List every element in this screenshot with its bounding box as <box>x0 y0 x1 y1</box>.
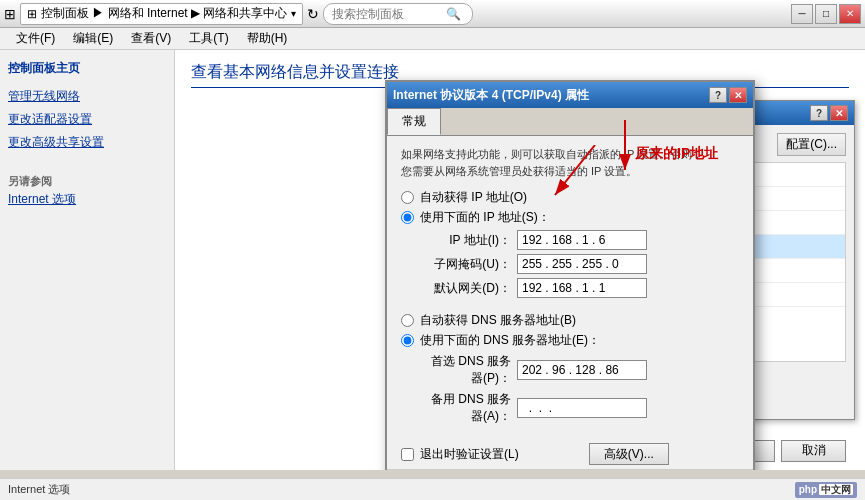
sidebar-item-adapter[interactable]: 更改适配器设置 <box>8 108 166 131</box>
gateway-field-label: 默认网关(D)： <box>421 280 511 297</box>
titlebar: ⊞ ⊞ 控制面板 ▶ 网络和 Internet ▶ 网络和共享中心 ▾ ↻ 🔍 … <box>0 0 865 28</box>
menubar: 文件(F) 编辑(E) 查看(V) 工具(T) 帮助(H) <box>0 28 865 50</box>
tcpip-description: 如果网络支持此功能，则可以获取自动指派的 IP 设置。否则， 您需要从网络系统管… <box>401 146 739 179</box>
radio-auto-ip-label: 自动获得 IP 地址(O) <box>420 189 527 206</box>
radio-auto-ip[interactable] <box>401 191 414 204</box>
ip-field-label: IP 地址(I)： <box>421 232 511 249</box>
php-badge: php中文网 <box>795 482 857 498</box>
ip-radio-group: 自动获得 IP 地址(O) 使用下面的 IP 地址(S)： <box>401 189 739 226</box>
subnet-field-input[interactable] <box>517 254 647 274</box>
radio-manual-ip-label: 使用下面的 IP 地址(S)： <box>420 209 550 226</box>
ip-field-row: IP 地址(I)： <box>421 230 739 250</box>
radio-manual-dns[interactable] <box>401 334 414 347</box>
dns2-field-row: 备用 DNS 服务器(A)： <box>421 391 739 425</box>
search-icon[interactable]: 🔍 <box>446 7 461 21</box>
bg-cancel-button[interactable]: 取消 <box>781 440 846 462</box>
dns1-field-label: 首选 DNS 服务器(P)： <box>421 353 511 387</box>
dns2-field-input[interactable] <box>517 398 647 418</box>
subnet-field-label: 子网掩码(U)： <box>421 256 511 273</box>
menu-view[interactable]: 查看(V) <box>123 28 179 49</box>
sidebar-also-section: 另请参阅 <box>8 174 166 189</box>
tab-general[interactable]: 常规 <box>387 108 441 135</box>
search-bar[interactable]: 🔍 <box>323 3 473 25</box>
radio-manual-dns-label: 使用下面的 DNS 服务器地址(E)： <box>420 332 600 349</box>
minimize-button[interactable]: ─ <box>791 4 813 24</box>
tcpip-close-button[interactable]: ✕ <box>729 87 747 103</box>
refresh-btn[interactable]: ↻ <box>307 6 319 22</box>
gateway-field-input[interactable] <box>517 278 647 298</box>
menu-tools[interactable]: 工具(T) <box>181 28 236 49</box>
bg-close-button[interactable]: ✕ <box>830 105 848 121</box>
dns1-field-row: 首选 DNS 服务器(P)： <box>421 353 739 387</box>
tcpip-titlebar: Internet 协议版本 4 (TCP/IPv4) 属性 ? ✕ <box>387 82 753 108</box>
close-button[interactable]: ✕ <box>839 4 861 24</box>
dns2-field-label: 备用 DNS 服务器(A)： <box>421 391 511 425</box>
app-icon: ⊞ <box>4 6 16 22</box>
menu-file[interactable]: 文件(F) <box>8 28 63 49</box>
tcpip-help-button[interactable]: ? <box>709 87 727 103</box>
tcpip-tabs: 常规 <box>387 108 753 136</box>
radio-auto-dns-label: 自动获得 DNS 服务器地址(B) <box>420 312 576 329</box>
menu-help[interactable]: 帮助(H) <box>239 28 296 49</box>
radio-auto-dns[interactable] <box>401 314 414 327</box>
dns1-field-input[interactable] <box>517 360 647 380</box>
tcpip-title-text: Internet 协议版本 4 (TCP/IPv4) 属性 <box>393 87 589 104</box>
tcpip-dialog: Internet 协议版本 4 (TCP/IPv4) 属性 ? ✕ 常规 如果网… <box>385 80 755 470</box>
tcpip-body: 如果网络支持此功能，则可以获取自动指派的 IP 设置。否则， 您需要从网络系统管… <box>387 136 753 439</box>
sidebar-internet-options[interactable]: Internet 选项 <box>8 189 166 210</box>
validate-label: 退出时验证设置(L) <box>420 446 519 463</box>
radio-manual-ip[interactable] <box>401 211 414 224</box>
main-area: 控制面板主页 管理无线网络 更改适配器设置 更改高级共享设置 另请参阅 Inte… <box>0 50 865 470</box>
breadcrumb-icon: ⊞ <box>27 7 37 21</box>
ip-field-input[interactable] <box>517 230 647 250</box>
content-area: 查看基本网络信息并设置连接 本地连接 属性 ? ✕ 🔌 Family Contr… <box>175 50 865 470</box>
breadcrumb-bar: ⊞ 控制面板 ▶ 网络和 Internet ▶ 网络和共享中心 ▾ <box>20 3 303 25</box>
status-text: Internet 选项 <box>8 482 70 497</box>
validate-checkbox[interactable] <box>401 448 414 461</box>
dns-radio-group: 自动获得 DNS 服务器地址(B) 使用下面的 DNS 服务器地址(E)： <box>401 312 739 349</box>
tcpip-footer: 确定 取消 <box>387 469 753 470</box>
sidebar-main-title[interactable]: 控制面板主页 <box>8 60 166 77</box>
status-bar: Internet 选项 php中文网 <box>0 478 865 500</box>
breadcrumb-dropdown[interactable]: ▾ <box>291 8 296 19</box>
subnet-field-row: 子网掩码(U)： <box>421 254 739 274</box>
configure-button[interactable]: 配置(C)... <box>777 133 846 156</box>
gateway-field-row: 默认网关(D)： <box>421 278 739 298</box>
sidebar-item-sharing[interactable]: 更改高级共享设置 <box>8 131 166 154</box>
sidebar-item-wifi[interactable]: 管理无线网络 <box>8 85 166 108</box>
breadcrumb-text: 控制面板 ▶ 网络和 Internet ▶ 网络和共享中心 <box>41 5 287 22</box>
search-input[interactable] <box>332 7 442 21</box>
menu-edit[interactable]: 编辑(E) <box>65 28 121 49</box>
bg-help-button[interactable]: ? <box>810 105 828 121</box>
advanced-button[interactable]: 高级(V)... <box>589 443 669 465</box>
sidebar: 控制面板主页 管理无线网络 更改适配器设置 更改高级共享设置 另请参阅 Inte… <box>0 50 175 470</box>
maximize-button[interactable]: □ <box>815 4 837 24</box>
